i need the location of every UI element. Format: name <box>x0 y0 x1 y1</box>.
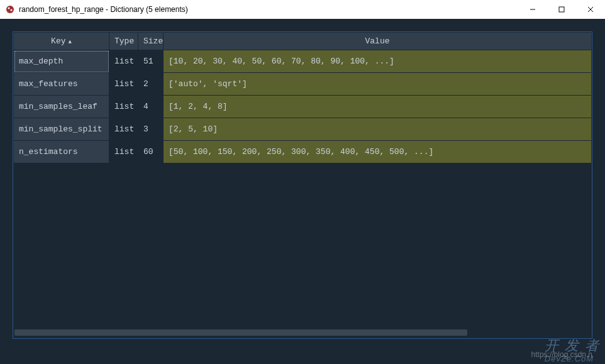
row-size-cell: 51 <box>138 50 164 73</box>
maximize-button[interactable] <box>547 0 576 19</box>
status-bar-url: https://blog.csdn.n <box>531 350 592 359</box>
window-title: random_forest_hp_range - Dictionary (5 e… <box>19 5 518 14</box>
horizontal-scrollbar[interactable] <box>14 328 580 337</box>
column-header-size[interactable]: Size <box>138 33 164 50</box>
row-value-cell[interactable]: [10, 20, 30, 40, 50, 60, 70, 80, 90, 100… <box>164 50 592 73</box>
column-header-value[interactable]: Value <box>164 33 592 50</box>
svg-point-1 <box>8 8 10 9</box>
variable-table: Key▲ Type Size Value max_depthlist51[10,… <box>13 32 592 163</box>
row-key-cell[interactable]: min_samples_split <box>14 118 109 141</box>
row-value-cell[interactable]: [2, 5, 10] <box>164 118 592 141</box>
table-row[interactable]: min_samples_leaflist4[1, 2, 4, 8] <box>14 96 592 118</box>
main-content: Key▲ Type Size Value max_depthlist51[10,… <box>0 19 605 364</box>
window-titlebar[interactable]: random_forest_hp_range - Dictionary (5 e… <box>0 0 605 19</box>
row-key-cell[interactable]: max_features <box>14 73 109 96</box>
row-size-cell: 60 <box>138 141 164 163</box>
row-size-cell: 3 <box>138 118 164 141</box>
row-size-cell: 2 <box>138 73 164 96</box>
minimize-button[interactable] <box>518 0 547 19</box>
window-controls <box>518 0 605 19</box>
row-key-cell[interactable]: max_depth <box>14 50 109 73</box>
svg-point-2 <box>11 9 13 11</box>
row-size-cell: 4 <box>138 96 164 118</box>
table-row[interactable]: n_estimatorslist60[50, 100, 150, 200, 25… <box>14 141 592 163</box>
svg-point-0 <box>6 6 14 13</box>
sort-ascending-icon: ▲ <box>69 39 72 45</box>
row-value-cell[interactable]: [1, 2, 4, 8] <box>164 96 592 118</box>
row-type-cell: list <box>109 50 138 73</box>
column-header-type[interactable]: Type <box>109 33 138 50</box>
svg-rect-4 <box>559 7 564 12</box>
column-header-key[interactable]: Key▲ <box>14 33 109 50</box>
row-key-cell[interactable]: min_samples_leaf <box>14 96 109 118</box>
row-type-cell: list <box>109 73 138 96</box>
table-row[interactable]: min_samples_splitlist3[2, 5, 10] <box>14 118 592 141</box>
app-icon <box>5 4 15 14</box>
row-type-cell: list <box>109 96 138 118</box>
row-type-cell: list <box>109 141 138 163</box>
row-value-cell[interactable]: [50, 100, 150, 200, 250, 300, 350, 400, … <box>164 141 592 163</box>
table-row[interactable]: max_featureslist2['auto', 'sqrt'] <box>14 73 592 96</box>
column-header-key-label: Key <box>51 36 65 46</box>
table-row[interactable]: max_depthlist51[10, 20, 30, 40, 50, 60, … <box>14 50 592 73</box>
row-value-cell[interactable]: ['auto', 'sqrt'] <box>164 73 592 96</box>
row-type-cell: list <box>109 118 138 141</box>
row-key-cell[interactable]: n_estimators <box>14 141 109 163</box>
close-button[interactable] <box>576 0 605 19</box>
variable-table-container: Key▲ Type Size Value max_depthlist51[10,… <box>13 31 592 339</box>
horizontal-scroll-thumb[interactable] <box>14 329 467 336</box>
